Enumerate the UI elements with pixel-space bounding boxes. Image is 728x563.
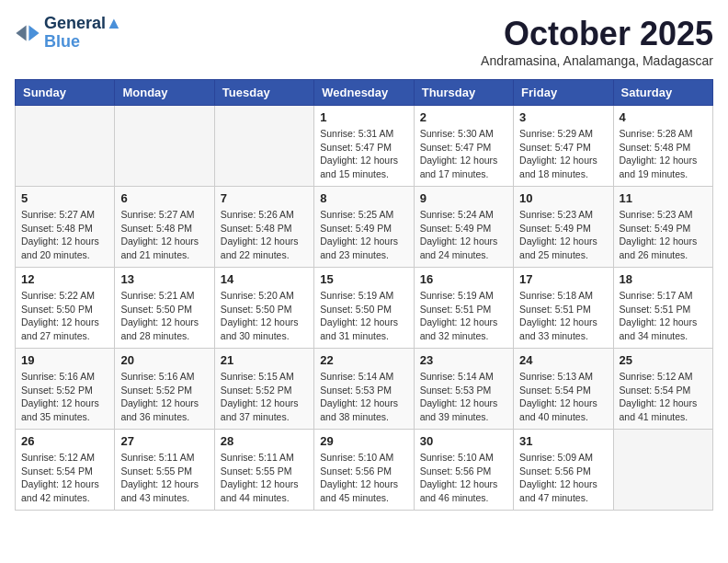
day-info: Sunrise: 5:17 AMSunset: 5:51 PMDaylight:… [620, 289, 707, 343]
calendar-table: SundayMondayTuesdayWednesdayThursdayFrid… [15, 79, 713, 511]
calendar-cell [115, 106, 214, 187]
calendar-cell: 20Sunrise: 5:16 AMSunset: 5:52 PMDayligh… [115, 349, 214, 430]
day-info: Sunrise: 5:29 AMSunset: 5:47 PMDaylight:… [519, 127, 607, 181]
calendar-cell: 25Sunrise: 5:12 AMSunset: 5:54 PMDayligh… [613, 349, 712, 430]
day-number: 23 [420, 353, 507, 367]
day-number: 24 [519, 353, 607, 367]
day-info: Sunrise: 5:11 AMSunset: 5:55 PMDaylight:… [120, 451, 208, 505]
calendar-cell: 23Sunrise: 5:14 AMSunset: 5:53 PMDayligh… [414, 349, 513, 430]
day-info: Sunrise: 5:31 AMSunset: 5:47 PMDaylight:… [320, 127, 407, 181]
col-header-monday: Monday [115, 80, 214, 106]
day-info: Sunrise: 5:20 AMSunset: 5:50 PMDaylight:… [221, 289, 308, 343]
month-year: October 2025 [481, 15, 713, 53]
day-number: 17 [519, 272, 607, 286]
day-info: Sunrise: 5:30 AMSunset: 5:47 PMDaylight:… [420, 127, 507, 181]
calendar-cell: 2Sunrise: 5:30 AMSunset: 5:47 PMDaylight… [414, 106, 513, 187]
day-info: Sunrise: 5:13 AMSunset: 5:54 PMDaylight:… [519, 370, 607, 424]
calendar-cell: 6Sunrise: 5:27 AMSunset: 5:48 PMDaylight… [115, 187, 214, 268]
calendar-cell: 24Sunrise: 5:13 AMSunset: 5:54 PMDayligh… [514, 349, 613, 430]
day-info: Sunrise: 5:16 AMSunset: 5:52 PMDaylight:… [120, 370, 208, 424]
week-row-3: 12Sunrise: 5:22 AMSunset: 5:50 PMDayligh… [16, 268, 713, 349]
calendar-cell: 21Sunrise: 5:15 AMSunset: 5:52 PMDayligh… [214, 349, 313, 430]
day-number: 19 [21, 353, 108, 367]
calendar-cell [16, 106, 115, 187]
calendar-cell: 19Sunrise: 5:16 AMSunset: 5:52 PMDayligh… [16, 349, 115, 430]
day-number: 12 [21, 272, 108, 286]
day-info: Sunrise: 5:10 AMSunset: 5:56 PMDaylight:… [420, 451, 507, 505]
logo: General▲ Blue [15, 15, 122, 52]
day-info: Sunrise: 5:23 AMSunset: 5:49 PMDaylight:… [519, 208, 607, 262]
calendar-cell [214, 106, 313, 187]
day-info: Sunrise: 5:26 AMSunset: 5:48 PMDaylight:… [221, 208, 308, 262]
day-info: Sunrise: 5:19 AMSunset: 5:50 PMDaylight:… [320, 289, 407, 343]
week-row-2: 5Sunrise: 5:27 AMSunset: 5:48 PMDaylight… [16, 187, 713, 268]
day-number: 6 [120, 191, 208, 205]
day-info: Sunrise: 5:23 AMSunset: 5:49 PMDaylight:… [620, 208, 707, 262]
day-number: 15 [320, 272, 407, 286]
day-number: 27 [120, 434, 208, 448]
day-info: Sunrise: 5:10 AMSunset: 5:56 PMDaylight:… [320, 451, 407, 505]
day-number: 3 [519, 110, 607, 124]
day-number: 18 [620, 272, 707, 286]
day-number: 29 [320, 434, 407, 448]
day-info: Sunrise: 5:18 AMSunset: 5:51 PMDaylight:… [519, 289, 607, 343]
calendar-cell: 31Sunrise: 5:09 AMSunset: 5:56 PMDayligh… [514, 430, 613, 511]
day-number: 11 [620, 191, 707, 205]
calendar-cell [613, 430, 712, 511]
calendar-cell: 18Sunrise: 5:17 AMSunset: 5:51 PMDayligh… [613, 268, 712, 349]
day-info: Sunrise: 5:14 AMSunset: 5:53 PMDaylight:… [420, 370, 507, 424]
col-header-saturday: Saturday [613, 80, 712, 106]
day-info: Sunrise: 5:16 AMSunset: 5:52 PMDaylight:… [21, 370, 108, 424]
calendar-cell: 7Sunrise: 5:26 AMSunset: 5:48 PMDaylight… [214, 187, 313, 268]
calendar-cell: 3Sunrise: 5:29 AMSunset: 5:47 PMDaylight… [514, 106, 613, 187]
day-number: 25 [620, 353, 707, 367]
calendar-cell: 9Sunrise: 5:24 AMSunset: 5:49 PMDaylight… [414, 187, 513, 268]
calendar-cell: 26Sunrise: 5:12 AMSunset: 5:54 PMDayligh… [16, 430, 115, 511]
day-number: 10 [519, 191, 607, 205]
calendar-cell: 14Sunrise: 5:20 AMSunset: 5:50 PMDayligh… [214, 268, 313, 349]
col-header-tuesday: Tuesday [214, 80, 313, 106]
location: Andramasina, Analamanga, Madagascar [481, 53, 713, 68]
day-number: 5 [21, 191, 108, 205]
col-header-friday: Friday [514, 80, 613, 106]
week-row-4: 19Sunrise: 5:16 AMSunset: 5:52 PMDayligh… [16, 349, 713, 430]
calendar-cell: 10Sunrise: 5:23 AMSunset: 5:49 PMDayligh… [514, 187, 613, 268]
day-number: 2 [420, 110, 507, 124]
col-header-sunday: Sunday [16, 80, 115, 106]
title-block: October 2025 Andramasina, Analamanga, Ma… [481, 15, 713, 68]
day-info: Sunrise: 5:25 AMSunset: 5:49 PMDaylight:… [320, 208, 407, 262]
day-number: 21 [221, 353, 308, 367]
day-info: Sunrise: 5:27 AMSunset: 5:48 PMDaylight:… [120, 208, 208, 262]
logo-text: General▲ Blue [44, 15, 122, 52]
calendar-cell: 1Sunrise: 5:31 AMSunset: 5:47 PMDaylight… [314, 106, 414, 187]
calendar-cell: 28Sunrise: 5:11 AMSunset: 5:55 PMDayligh… [214, 430, 313, 511]
calendar-header-row: SundayMondayTuesdayWednesdayThursdayFrid… [16, 80, 713, 106]
calendar-cell: 13Sunrise: 5:21 AMSunset: 5:50 PMDayligh… [115, 268, 214, 349]
day-info: Sunrise: 5:09 AMSunset: 5:56 PMDaylight:… [519, 451, 607, 505]
svg-marker-0 [28, 25, 39, 40]
day-info: Sunrise: 5:24 AMSunset: 5:49 PMDaylight:… [420, 208, 507, 262]
day-info: Sunrise: 5:14 AMSunset: 5:53 PMDaylight:… [320, 370, 407, 424]
day-number: 16 [420, 272, 507, 286]
calendar-cell: 30Sunrise: 5:10 AMSunset: 5:56 PMDayligh… [414, 430, 513, 511]
day-info: Sunrise: 5:27 AMSunset: 5:48 PMDaylight:… [21, 208, 108, 262]
day-info: Sunrise: 5:11 AMSunset: 5:55 PMDaylight:… [221, 451, 308, 505]
calendar-cell: 15Sunrise: 5:19 AMSunset: 5:50 PMDayligh… [314, 268, 414, 349]
svg-marker-1 [16, 25, 26, 40]
calendar-cell: 12Sunrise: 5:22 AMSunset: 5:50 PMDayligh… [16, 268, 115, 349]
day-info: Sunrise: 5:19 AMSunset: 5:51 PMDaylight:… [420, 289, 507, 343]
calendar-cell: 27Sunrise: 5:11 AMSunset: 5:55 PMDayligh… [115, 430, 214, 511]
day-number: 9 [420, 191, 507, 205]
day-info: Sunrise: 5:15 AMSunset: 5:52 PMDaylight:… [221, 370, 308, 424]
calendar-cell: 5Sunrise: 5:27 AMSunset: 5:48 PMDaylight… [16, 187, 115, 268]
day-info: Sunrise: 5:21 AMSunset: 5:50 PMDaylight:… [120, 289, 208, 343]
calendar-cell: 17Sunrise: 5:18 AMSunset: 5:51 PMDayligh… [514, 268, 613, 349]
day-number: 1 [320, 110, 407, 124]
calendar-cell: 8Sunrise: 5:25 AMSunset: 5:49 PMDaylight… [314, 187, 414, 268]
day-number: 13 [120, 272, 208, 286]
calendar-cell: 4Sunrise: 5:28 AMSunset: 5:48 PMDaylight… [613, 106, 712, 187]
day-number: 14 [221, 272, 308, 286]
day-number: 31 [519, 434, 607, 448]
week-row-5: 26Sunrise: 5:12 AMSunset: 5:54 PMDayligh… [16, 430, 713, 511]
day-info: Sunrise: 5:12 AMSunset: 5:54 PMDaylight:… [620, 370, 707, 424]
